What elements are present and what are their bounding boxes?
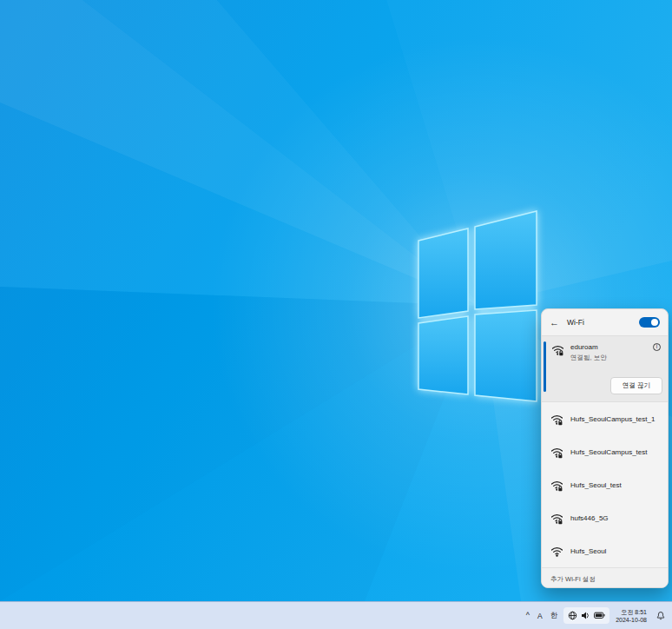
properties-info-icon[interactable]: i: [653, 343, 661, 351]
notification-center-button[interactable]: [653, 611, 669, 621]
network-ssid: Hufs_SeoulCampus_test_1: [570, 415, 655, 423]
quick-settings-button[interactable]: [563, 607, 609, 624]
network-ssid: Hufs_SeoulCampus_test: [570, 448, 648, 456]
wifi-toggle[interactable]: [639, 317, 660, 328]
battery-icon: [594, 612, 605, 619]
network-list-item[interactable]: Hufs_SeoulCampus_test_1: [542, 402, 668, 435]
ime-korean-indicator[interactable]: 한: [549, 611, 560, 621]
network-list-item[interactable]: hufs446_5G: [542, 501, 668, 534]
disconnect-button[interactable]: 연결 끊기: [610, 377, 662, 394]
connection-status: 연결됨, 보안: [570, 354, 607, 362]
ime-english-indicator[interactable]: A: [536, 612, 544, 620]
toggle-knob: [651, 319, 658, 326]
hidden-icons-chevron-icon[interactable]: ^: [524, 612, 531, 619]
more-wifi-settings[interactable]: 추가 Wi-Fi 설정: [542, 567, 668, 588]
network-list: Hufs_SeoulCampus_test_1 Hufs_SeoulCampus…: [542, 402, 668, 567]
wifi-panel-header: ← Wi-Fi: [542, 309, 668, 335]
network-list-item[interactable]: Hufs_Seoul: [542, 534, 668, 567]
globe-network-icon: [568, 611, 577, 620]
wifi-secured-icon: [550, 413, 563, 426]
connected-ssid: eduroam: [570, 343, 607, 351]
selection-indicator: [544, 341, 546, 392]
wifi-panel-title: Wi-Fi: [567, 318, 584, 327]
network-list-item[interactable]: Hufs_Seoul_test: [542, 468, 668, 501]
wifi-secured-icon: [550, 479, 563, 492]
wifi-secured-icon: [551, 343, 564, 356]
back-button[interactable]: ←: [550, 318, 559, 328]
wifi-secured-icon: [550, 446, 563, 459]
wifi-open-icon: [550, 545, 563, 558]
clock-time: 오전 8:51: [616, 608, 647, 616]
speaker-icon: [581, 611, 590, 620]
connected-network-card[interactable]: eduroam 연결됨, 보안 i 연결 끊기: [542, 335, 668, 402]
network-list-item[interactable]: Hufs_SeoulCampus_test: [542, 435, 668, 468]
network-ssid: Hufs_Seoul: [570, 547, 606, 555]
network-ssid: hufs446_5G: [570, 514, 609, 522]
windows-logo: [418, 211, 537, 401]
clock-date: 2024-10-08: [616, 616, 647, 624]
more-wifi-settings-label: 추가 Wi-Fi 설정: [550, 575, 596, 584]
bell-icon: [656, 611, 666, 621]
wifi-secured-icon: [550, 512, 563, 525]
system-tray: ^ A 한: [524, 602, 669, 629]
wifi-flyout-panel: ← Wi-Fi eduroam: [541, 308, 669, 588]
taskbar: ^ A 한: [0, 601, 672, 629]
desktop: ← Wi-Fi eduroam: [0, 0, 672, 629]
network-ssid: Hufs_Seoul_test: [570, 481, 622, 489]
taskbar-clock[interactable]: 오전 8:51 2024-10-08: [614, 608, 649, 624]
